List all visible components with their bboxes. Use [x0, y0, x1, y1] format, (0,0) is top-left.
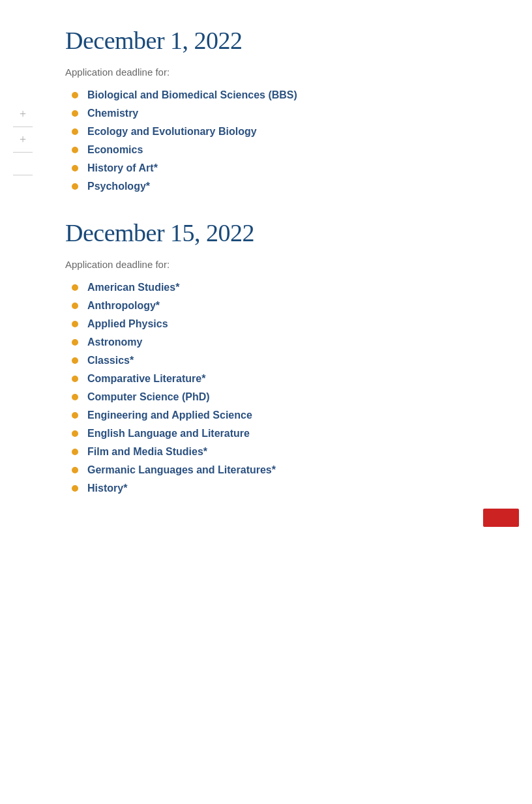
section2-title: December 15, 2022 — [65, 218, 480, 247]
list-item: Film and Media Studies* — [72, 446, 480, 458]
sidebar-plus-1[interactable]: + — [20, 104, 26, 124]
list-item: Classics* — [72, 355, 480, 366]
bullet-icon — [72, 321, 78, 327]
sidebar-divider-3 — [13, 175, 33, 175]
sidebar-divider-2 — [13, 152, 33, 153]
item-label[interactable]: History* — [87, 483, 127, 494]
item-label[interactable]: Classics* — [87, 355, 134, 366]
section2-list: American Studies* Anthropology* Applied … — [65, 282, 480, 494]
bullet-icon — [72, 92, 78, 98]
list-item: Computer Science (PhD) — [72, 391, 480, 403]
list-item: Ecology and Evolutionary Biology — [72, 126, 480, 138]
bullet-icon — [72, 147, 78, 153]
list-item: English Language and Literature — [72, 428, 480, 439]
item-label[interactable]: Psychology* — [87, 181, 150, 192]
item-label[interactable]: Applied Physics — [87, 318, 168, 330]
bullet-icon — [72, 339, 78, 346]
bullet-icon — [72, 430, 78, 437]
bullet-icon — [72, 110, 78, 117]
list-item: History of Art* — [72, 162, 480, 174]
red-badge[interactable] — [483, 509, 519, 527]
sidebar-divider-1 — [13, 127, 33, 127]
bullet-icon — [72, 376, 78, 382]
item-label[interactable]: American Studies* — [87, 282, 179, 293]
bullet-icon — [72, 485, 78, 492]
item-label[interactable]: Ecology and Evolutionary Biology — [87, 126, 257, 138]
list-item: Chemistry — [72, 108, 480, 119]
item-label[interactable]: Anthropology* — [87, 300, 160, 312]
bullet-icon — [72, 357, 78, 364]
item-label[interactable]: Chemistry — [87, 108, 138, 119]
list-item: Economics — [72, 144, 480, 156]
item-label[interactable]: Astronomy — [87, 336, 142, 348]
section2-subtitle: Application deadline for: — [65, 259, 480, 270]
bullet-icon — [72, 128, 78, 135]
item-label[interactable]: History of Art* — [87, 162, 158, 174]
item-label[interactable]: Germanic Languages and Literatures* — [87, 464, 276, 476]
list-item: Astronomy — [72, 336, 480, 348]
list-item: American Studies* — [72, 282, 480, 293]
section1-subtitle: Application deadline for: — [65, 67, 480, 78]
list-item: Engineering and Applied Science — [72, 409, 480, 421]
item-label[interactable]: Engineering and Applied Science — [87, 409, 252, 421]
bullet-icon — [72, 467, 78, 473]
item-label[interactable]: Economics — [87, 144, 143, 156]
list-item: Biological and Biomedical Sciences (BBS) — [72, 89, 480, 101]
list-item: Psychology* — [72, 181, 480, 192]
list-item: Germanic Languages and Literatures* — [72, 464, 480, 476]
bullet-icon — [72, 394, 78, 400]
list-item: Anthropology* — [72, 300, 480, 312]
bullet-icon — [72, 284, 78, 291]
section1-title: December 1, 2022 — [65, 26, 480, 55]
section-dec1: December 1, 2022 Application deadline fo… — [65, 26, 480, 192]
sidebar-plus-2[interactable]: + — [20, 130, 26, 149]
list-item: Applied Physics — [72, 318, 480, 330]
sidebar: + + — [13, 104, 33, 178]
list-item: History* — [72, 483, 480, 494]
bullet-icon — [72, 412, 78, 419]
item-label[interactable]: English Language and Literature — [87, 428, 250, 439]
item-label[interactable]: Film and Media Studies* — [87, 446, 207, 458]
item-label[interactable]: Comparative Literature* — [87, 373, 205, 385]
bullet-icon — [72, 165, 78, 171]
list-item: Comparative Literature* — [72, 373, 480, 385]
bullet-icon — [72, 183, 78, 190]
item-label[interactable]: Biological and Biomedical Sciences (BBS) — [87, 89, 297, 101]
page-wrapper: + + December 1, 2022 Application deadlin… — [0, 0, 532, 546]
bullet-icon — [72, 449, 78, 455]
bullet-icon — [72, 303, 78, 309]
section1-list: Biological and Biomedical Sciences (BBS)… — [65, 89, 480, 192]
item-label[interactable]: Computer Science (PhD) — [87, 391, 210, 403]
section-dec15: December 15, 2022 Application deadline f… — [65, 218, 480, 494]
